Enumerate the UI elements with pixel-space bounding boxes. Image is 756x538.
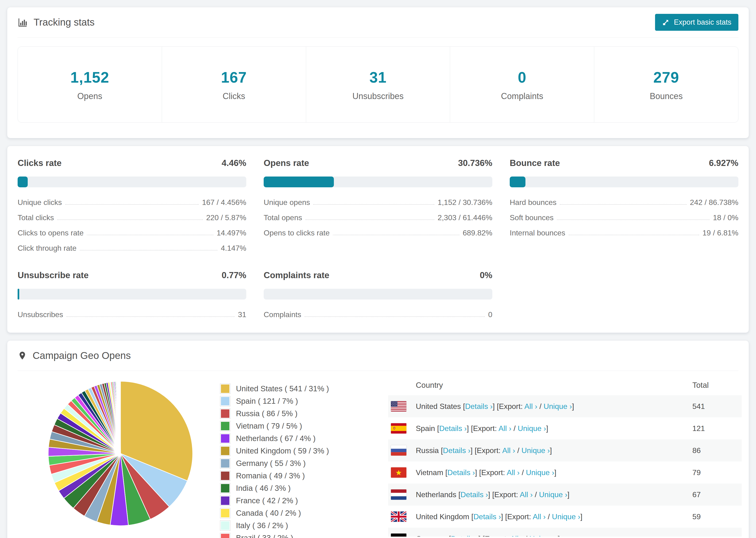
progress-bar-track bbox=[264, 289, 492, 299]
legend-swatch bbox=[220, 408, 230, 419]
legend-item-brazil: Brazil ( 33 / 2% ) bbox=[220, 533, 357, 538]
stat-value: 0 bbox=[450, 69, 594, 86]
stat-value: 31 bbox=[306, 69, 450, 86]
export-all-link[interactable]: All › bbox=[520, 490, 533, 499]
rate-detail-row: Total opens2,303 / 61.446% bbox=[264, 213, 492, 222]
rate-detail-row: Unsubscribes31 bbox=[18, 310, 246, 319]
total-value: 86 bbox=[692, 446, 701, 455]
tracking-stats-header: Tracking stats Export basic stats bbox=[7, 7, 749, 37]
stat-label: Bounces bbox=[594, 91, 738, 101]
total-value: 67 bbox=[692, 490, 701, 499]
total-cell: 541 bbox=[692, 402, 735, 411]
export-unique-link[interactable]: Unique › bbox=[529, 534, 558, 537]
rate-header: Opens rate30.736% bbox=[264, 158, 492, 168]
rate-detail-rows: Hard bounces242 / 86.738%Soft bounces18 … bbox=[510, 198, 738, 237]
legend-label: Spain ( 121 / 7% ) bbox=[236, 397, 298, 405]
rate-detail-value: 31 bbox=[238, 310, 246, 319]
export-all-link[interactable]: All › bbox=[524, 402, 537, 410]
legend-label: Germany ( 55 / 3% ) bbox=[236, 459, 306, 468]
legend-item-united-states: United States ( 541 / 31% ) bbox=[220, 384, 357, 394]
rate-detail-value: 2,303 / 61.446% bbox=[438, 213, 492, 222]
dotted-leader bbox=[65, 204, 199, 205]
legend-label: Italy ( 36 / 2% ) bbox=[236, 521, 288, 530]
rate-detail-label: Internal bounces bbox=[510, 229, 566, 237]
stat-value: 279 bbox=[594, 69, 738, 86]
stat-card-opens: 1,152Opens bbox=[18, 47, 162, 122]
legend-label: Netherlands ( 67 / 4% ) bbox=[236, 434, 315, 443]
gb-flag bbox=[391, 511, 406, 522]
stat-label: Clicks bbox=[162, 91, 306, 101]
dotted-leader bbox=[80, 250, 218, 250]
rate-value: 6.927% bbox=[709, 158, 739, 168]
legend-swatch bbox=[220, 508, 230, 518]
rate-detail-rows: Unsubscribes31 bbox=[18, 310, 246, 319]
geo-table: Country Total United States [Details ›] … bbox=[388, 375, 742, 537]
rate-section-complaints-rate: Complaints rate0%Complaints0 bbox=[264, 270, 492, 319]
vn-flag bbox=[391, 467, 406, 478]
details-link[interactable]: Details › bbox=[473, 512, 501, 521]
rate-title: Bounce rate bbox=[510, 158, 560, 168]
table-row-united-kingdom: United Kingdom [Details ›] [Export: All … bbox=[388, 506, 742, 528]
details-link[interactable]: Details › bbox=[443, 446, 470, 455]
export-unique-link[interactable]: Unique › bbox=[518, 424, 546, 433]
geo-opens-header: Campaign Geo Opens bbox=[7, 341, 749, 371]
export-all-link[interactable]: All › bbox=[499, 424, 512, 433]
geo-pie-legend: United States ( 541 / 31% )Spain ( 121 /… bbox=[220, 384, 357, 538]
stat-card-clicks: 167Clicks bbox=[162, 47, 306, 122]
export-all-link[interactable]: All › bbox=[533, 512, 546, 521]
export-unique-link[interactable]: Unique › bbox=[544, 402, 572, 410]
rate-value: 0.77% bbox=[222, 270, 246, 280]
legend-item-france: France ( 42 / 2% ) bbox=[220, 496, 357, 506]
legend-swatch bbox=[220, 471, 230, 481]
country-name: Netherlands bbox=[416, 490, 457, 499]
rate-detail-label: Total clicks bbox=[18, 213, 54, 222]
export-all-link[interactable]: All › bbox=[510, 534, 523, 537]
country-column-header: Country bbox=[416, 381, 443, 390]
legend-swatch bbox=[220, 520, 230, 531]
rate-title: Opens rate bbox=[264, 158, 309, 168]
rate-section-opens-rate: Opens rate30.736%Unique opens1,152 / 30.… bbox=[264, 158, 492, 252]
rate-detail-label: Click through rate bbox=[18, 244, 77, 252]
stat-value: 1,152 bbox=[18, 69, 162, 86]
pie-slice[interactable] bbox=[120, 381, 121, 454]
details-link[interactable]: Details › bbox=[465, 402, 493, 410]
legend-item-russia: Russia ( 86 / 5% ) bbox=[220, 408, 357, 419]
dotted-leader bbox=[305, 219, 434, 220]
us-flag bbox=[391, 401, 406, 411]
export-all-link[interactable]: All › bbox=[502, 446, 515, 455]
export-unique-link[interactable]: Unique › bbox=[526, 468, 554, 477]
legend-swatch bbox=[220, 458, 230, 468]
country-cell: Spain [Details ›] [Export: All › / Uniqu… bbox=[416, 424, 548, 433]
stat-label: Complaints bbox=[450, 91, 594, 101]
rate-detail-row: Hard bounces242 / 86.738% bbox=[510, 198, 738, 207]
details-link[interactable]: Details › bbox=[451, 534, 478, 537]
total-cell: 59 bbox=[692, 512, 735, 521]
dotted-leader bbox=[304, 316, 485, 317]
rate-section-unsubscribe-rate: Unsubscribe rate0.77%Unsubscribes31 bbox=[18, 270, 246, 319]
dotted-leader bbox=[568, 235, 699, 235]
stat-card-bounces: 279Bounces bbox=[594, 47, 738, 122]
export-unique-link[interactable]: Unique › bbox=[521, 446, 550, 455]
de-flag bbox=[391, 534, 406, 537]
legend-item-germany: Germany ( 55 / 3% ) bbox=[220, 458, 357, 468]
geo-opens-panel: Campaign Geo Opens United States ( 541 /… bbox=[7, 340, 749, 538]
export-unique-link[interactable]: Unique › bbox=[552, 512, 580, 521]
export-basic-stats-button[interactable]: Export basic stats bbox=[655, 14, 738, 31]
export-unique-link[interactable]: Unique › bbox=[539, 490, 567, 499]
legend-item-italy: Italy ( 36 / 2% ) bbox=[220, 520, 357, 531]
rate-detail-row: Click through rate4.147% bbox=[18, 244, 246, 252]
legend-item-india: India ( 46 / 3% ) bbox=[220, 483, 357, 493]
rate-header: Clicks rate4.46% bbox=[18, 158, 246, 168]
rate-detail-value: 220 / 5.87% bbox=[206, 213, 246, 222]
export-all-link[interactable]: All › bbox=[507, 468, 519, 477]
details-link[interactable]: Details › bbox=[448, 468, 475, 477]
details-link[interactable]: Details › bbox=[460, 490, 488, 499]
rate-detail-label: Complaints bbox=[264, 310, 301, 319]
details-link[interactable]: Details › bbox=[439, 424, 467, 433]
rate-detail-value: 0 bbox=[488, 310, 492, 319]
rates-panel: Clicks rate4.46%Unique clicks167 / 4.456… bbox=[7, 146, 749, 333]
stats-cards: 1,152Opens167Clicks31Unsubscribes0Compla… bbox=[18, 46, 738, 123]
geo-table-header: Country Total bbox=[388, 375, 742, 395]
total-value: 79 bbox=[692, 468, 701, 477]
country-name: United Kingdom bbox=[416, 512, 469, 521]
